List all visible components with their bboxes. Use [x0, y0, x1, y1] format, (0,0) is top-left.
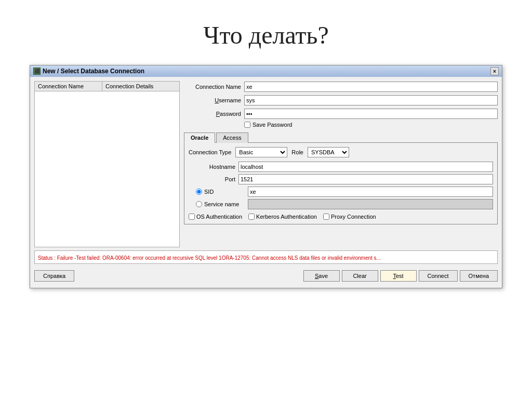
tabs-container: Oracle Access Connection Type Basic TNS …: [184, 132, 498, 224]
service-name-radio[interactable]: [196, 201, 202, 207]
form-panel: Connection Name Username Password Save P…: [184, 81, 498, 247]
connection-name-input[interactable]: [244, 82, 498, 92]
right-buttons: Save Clear Test Connect Отмена: [303, 270, 498, 282]
proxy-conn-label: Proxy Connection: [331, 214, 376, 220]
connection-type-select[interactable]: Basic TNS LDAP Advanced: [235, 147, 287, 157]
col-connection-name: Connection Name: [35, 82, 102, 91]
password-row: Password: [184, 108, 498, 119]
connection-list-panel: Connection Name Connection Details: [34, 81, 180, 247]
oracle-tab-content: Connection Type Basic TNS LDAP Advanced …: [184, 143, 498, 224]
page-title: Что делать?: [203, 21, 328, 49]
tabs-row: Oracle Access: [184, 132, 498, 143]
dialog-close-button[interactable]: ×: [490, 67, 499, 75]
connection-type-label: Connection Type: [189, 149, 231, 155]
password-input[interactable]: [244, 109, 498, 119]
tab-oracle[interactable]: Oracle: [184, 132, 215, 143]
connection-name-label: Connection Name: [184, 84, 241, 90]
role-label: Role: [291, 149, 303, 155]
dialog-icon: ⬛: [33, 68, 41, 75]
dialog-body: Connection Name Connection Details Conne…: [30, 77, 502, 288]
proxy-conn-item: Proxy Connection: [323, 214, 376, 220]
button-bar: Справка Save Clear Test Connect Отмена: [34, 268, 498, 284]
hostname-label: Hostname: [189, 164, 235, 170]
kerberos-auth-label: Kerberos Authentication: [256, 214, 317, 220]
sid-row: SID: [189, 187, 493, 197]
cancel-button[interactable]: Отмена: [460, 270, 498, 282]
save-button[interactable]: Save: [303, 270, 340, 282]
connection-list-header: Connection Name Connection Details: [35, 82, 179, 91]
os-auth-item: OS Authentication: [189, 214, 242, 220]
port-label: Port: [189, 176, 235, 182]
kerberos-auth-checkbox[interactable]: [248, 214, 255, 220]
proxy-conn-checkbox[interactable]: [323, 214, 329, 220]
save-password-label: Save Password: [252, 122, 292, 128]
password-label: Password: [184, 111, 241, 117]
connection-name-row: Connection Name: [184, 81, 498, 92]
dialog-title-text: New / Select Database Connection: [43, 68, 144, 75]
username-row: Username: [184, 95, 498, 106]
dialog-titlebar-left: ⬛ New / Select Database Connection: [33, 68, 144, 75]
dialog-content-row: Connection Name Connection Details Conne…: [34, 81, 498, 247]
port-input[interactable]: [238, 174, 493, 184]
test-button[interactable]: Test: [380, 270, 417, 282]
dialog-titlebar: ⬛ New / Select Database Connection ×: [30, 65, 502, 77]
save-password-row: Save Password: [244, 122, 498, 128]
port-row: Port: [189, 174, 493, 184]
tab-access[interactable]: Access: [216, 132, 248, 143]
status-bar: Status : Failure -Test failed: ORA-00604…: [34, 250, 498, 264]
os-auth-checkbox[interactable]: [189, 214, 195, 220]
hostname-input[interactable]: [238, 162, 493, 172]
role-select[interactable]: SYSDBA SYSOPER Default: [308, 147, 349, 157]
kerberos-auth-item: Kerberos Authentication: [248, 214, 317, 220]
connect-button[interactable]: Connect: [419, 270, 458, 282]
save-password-checkbox[interactable]: [244, 122, 250, 128]
hostname-row: Hostname: [189, 162, 493, 172]
sid-radio[interactable]: [196, 189, 202, 195]
clear-button[interactable]: Clear: [342, 270, 378, 282]
help-button[interactable]: Справка: [34, 270, 74, 282]
col-connection-details: Connection Details: [102, 82, 156, 91]
os-auth-label: OS Authentication: [196, 214, 242, 220]
service-name-row: Service name: [189, 199, 493, 209]
auth-checkboxes-row: OS Authentication Kerberos Authenticatio…: [189, 214, 493, 220]
sid-label: SID: [204, 189, 246, 195]
sid-input[interactable]: [248, 187, 493, 197]
username-label: Username: [184, 97, 241, 103]
service-name-input[interactable]: [248, 199, 493, 209]
connection-type-row: Connection Type Basic TNS LDAP Advanced …: [189, 147, 493, 157]
service-name-label: Service name: [204, 201, 246, 207]
dialog: ⬛ New / Select Database Connection × Con…: [30, 65, 502, 288]
status-text: Status : Failure -Test failed: ORA-00604…: [38, 255, 381, 261]
username-input[interactable]: [244, 95, 498, 105]
